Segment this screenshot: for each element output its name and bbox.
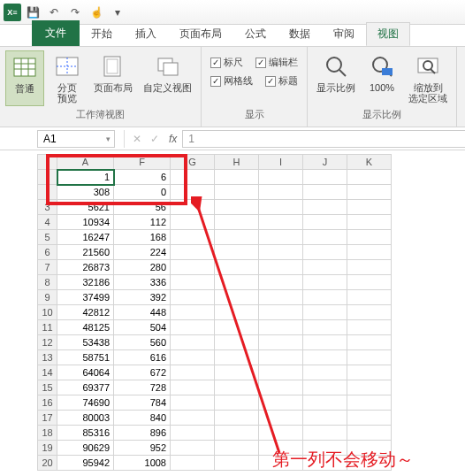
customview-button[interactable]: 自定义视图 [140,50,195,106]
cell[interactable]: 224 [114,245,171,260]
row-header[interactable]: 5 [38,230,57,245]
cell[interactable] [215,441,259,456]
col-header-h[interactable]: H [215,155,259,170]
cell[interactable] [303,230,347,245]
cell[interactable] [215,380,259,395]
cell[interactable] [171,200,215,215]
fx-icon[interactable]: fx [169,133,177,145]
cell[interactable] [259,185,303,200]
row-header[interactable]: 8 [38,275,57,290]
cell[interactable] [259,305,303,320]
cell[interactable]: 90629 [57,441,114,456]
cell[interactable] [215,365,259,380]
cell[interactable]: 64064 [57,365,114,380]
cell[interactable]: 42812 [57,305,114,320]
col-header-a[interactable]: A [57,155,114,170]
cell[interactable] [259,260,303,275]
tab-data[interactable]: 数据 [278,22,322,46]
cell[interactable] [347,350,392,365]
cell[interactable] [215,335,259,350]
cell[interactable]: 448 [114,305,171,320]
cell[interactable] [171,260,215,275]
row-header[interactable]: 4 [38,215,57,230]
cell[interactable] [303,305,347,320]
cell[interactable]: 85316 [57,426,114,441]
touch-mode-button[interactable]: ☝ [87,3,106,22]
row-header[interactable]: 9 [38,290,57,305]
cell[interactable] [303,275,347,290]
zoom100-button[interactable]: 100% [362,50,401,106]
cell[interactable] [171,215,215,230]
cell[interactable] [347,305,392,320]
cell[interactable] [303,350,347,365]
row-header[interactable]: 7 [38,260,57,275]
cell[interactable] [259,245,303,260]
cell[interactable]: 672 [114,365,171,380]
col-header-i[interactable]: I [259,155,303,170]
cell[interactable]: 69377 [57,380,114,395]
cell[interactable] [347,456,392,471]
cell[interactable] [259,350,303,365]
cell[interactable] [347,395,392,411]
cell[interactable] [347,335,392,350]
cell[interactable]: 168 [114,230,171,245]
cell[interactable]: 952 [114,441,171,456]
cell[interactable]: 560 [114,335,171,350]
formula-input[interactable]: 1 [182,130,465,148]
cell[interactable]: 308 [57,185,114,200]
cell[interactable]: 840 [114,411,171,426]
row-header[interactable]: 11 [38,320,57,335]
cell[interactable] [171,290,215,305]
col-header-k[interactable]: K [347,155,392,170]
cell[interactable] [171,230,215,245]
cell[interactable]: 16247 [57,230,114,245]
cell[interactable]: 80003 [57,411,114,426]
cell[interactable] [171,335,215,350]
gridlines-checkbox[interactable]: ✓网格线 [210,74,253,88]
cell[interactable] [259,215,303,230]
cell[interactable]: 728 [114,380,171,395]
cell[interactable] [303,365,347,380]
cell[interactable] [303,170,347,185]
cell[interactable] [259,320,303,335]
cell[interactable] [215,200,259,215]
col-header-f[interactable]: F [114,155,171,170]
cell[interactable]: 74690 [57,395,114,411]
cell[interactable] [303,200,347,215]
cell[interactable]: 896 [114,426,171,441]
tab-review[interactable]: 审阅 [322,22,366,46]
cell[interactable] [259,170,303,185]
cell[interactable] [171,245,215,260]
cell[interactable] [171,380,215,395]
cell[interactable] [303,320,347,335]
cell[interactable] [171,411,215,426]
cell[interactable] [347,380,392,395]
cell[interactable] [259,411,303,426]
cell[interactable]: 504 [114,320,171,335]
row-header[interactable]: 10 [38,305,57,320]
pagebreak-button[interactable]: 分页 预览 [48,50,87,106]
row-header[interactable]: 14 [38,365,57,380]
cell[interactable] [171,170,215,185]
cell[interactable] [303,426,347,441]
cell[interactable] [215,350,259,365]
cell[interactable] [259,380,303,395]
cell[interactable]: 6 [114,170,171,185]
row-header[interactable] [38,170,57,185]
cell[interactable] [303,456,347,471]
cell[interactable] [259,335,303,350]
grid[interactable]: A F G H I J K 16308035621564109341125162… [37,154,392,471]
name-box[interactable]: A1 [37,130,115,148]
cell[interactable] [259,275,303,290]
tab-home[interactable]: 开始 [80,22,124,46]
row-header[interactable]: 16 [38,395,57,411]
cell[interactable] [303,335,347,350]
cell[interactable] [171,456,215,471]
row-header[interactable]: 18 [38,426,57,441]
ruler-checkbox[interactable]: ✓标尺 [210,56,243,69]
cell[interactable] [215,426,259,441]
cell[interactable] [347,411,392,426]
normal-view-button[interactable]: 普通 [5,50,44,106]
cell[interactable] [259,290,303,305]
cell[interactable] [215,411,259,426]
